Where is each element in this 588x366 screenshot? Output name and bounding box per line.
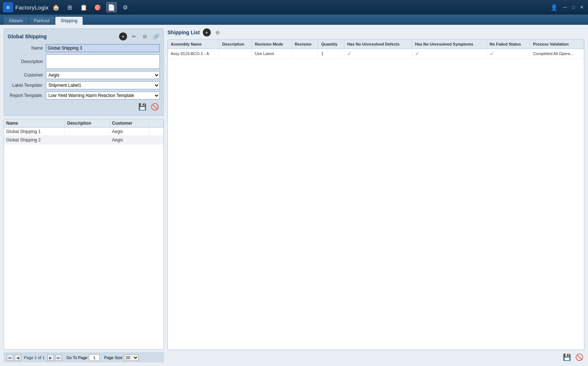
form-actions: 💾 🚫 xyxy=(8,102,160,112)
add-button[interactable]: + xyxy=(119,32,127,40)
form-card: Global Shipping + ✏ ⊖ 🔗 Name Description… xyxy=(4,28,164,116)
row-description xyxy=(65,128,110,136)
last-page-button[interactable]: ⏭ xyxy=(55,354,62,361)
go-to-page-input[interactable] xyxy=(89,354,100,361)
row-description xyxy=(65,136,110,144)
row-no-failed-status: ✓ xyxy=(486,49,530,59)
user-icon[interactable]: 👤 xyxy=(549,2,559,12)
target-icon[interactable]: 🎯 xyxy=(92,2,103,12)
titlebar-right: 👤 — □ ✕ xyxy=(549,2,585,12)
table-card: Name Description Customer Global Shippin… xyxy=(4,119,164,350)
page-size-select[interactable]: 10 20 50 100 xyxy=(124,354,139,361)
col-process-validation: Process Validation xyxy=(530,40,584,49)
row-no-defects: ✓ xyxy=(344,49,412,59)
col-actions xyxy=(149,119,163,128)
right-panel: Shipping List + ⊖ Assembly Name Descript… xyxy=(167,28,584,362)
home-icon[interactable]: 🏠 xyxy=(51,2,61,12)
shipping-list-header: Shipping List + ⊖ xyxy=(167,28,584,36)
form-card-title: Global Shipping xyxy=(8,34,116,39)
customer-row: Customer Aegis xyxy=(8,71,160,79)
row-process-validation: Completed All Opera... xyxy=(530,49,584,59)
row-name: Global Shipping 1 xyxy=(4,128,65,136)
shipping-remove-button[interactable]: ⊖ xyxy=(214,28,222,36)
shipping-table-row[interactable]: Assy 0123-BCO-1 - A Use Latest 1 ✓ ✓ ✓ C… xyxy=(168,49,584,59)
col-name: Name xyxy=(4,119,65,128)
label-template-select[interactable]: Shipment Label1 xyxy=(46,81,160,89)
col-assembly-name: Assembly Name xyxy=(168,40,219,49)
row-name: Global Shipping 2 xyxy=(4,136,65,144)
row-quantity: 1 xyxy=(318,49,344,59)
go-to-page-label: Go To Page xyxy=(66,355,87,360)
table-row[interactable]: Global Shipping 2 Aegis xyxy=(4,136,163,144)
tab-shipping[interactable]: Shipping xyxy=(55,17,83,25)
tab-packout[interactable]: Packout xyxy=(29,17,55,25)
row-customer: Aegis xyxy=(110,128,149,136)
tab-aliases[interactable]: Aliases xyxy=(4,17,28,25)
shipping-list-title: Shipping List xyxy=(167,30,200,35)
no-defects-check: ✓ xyxy=(347,51,352,57)
col-description: Description xyxy=(219,40,252,49)
description-input[interactable] xyxy=(46,54,160,69)
edit-button[interactable]: ✏ xyxy=(130,32,138,40)
col-no-symptoms: Has No Unresolved Symptoms xyxy=(412,40,486,49)
remove-button[interactable]: ⊖ xyxy=(141,32,149,40)
shipping-list-table: Assembly Name Description Revision Mode … xyxy=(168,40,584,59)
main-content: Global Shipping + ✏ ⊖ 🔗 Name Description… xyxy=(0,25,588,366)
titlebar-icons: 🏠 ⊞ 📋 🎯 📄 ⚙ xyxy=(51,2,130,12)
row-revision-mode: Use Latest xyxy=(252,49,292,59)
link-button[interactable]: 🔗 xyxy=(152,32,160,40)
row-assembly-name: Assy 0123-BCO-1 - A xyxy=(168,49,219,59)
col-no-defects: Has No Unresolved Defects xyxy=(344,40,412,49)
col-revision: Revision xyxy=(292,40,318,49)
tabs-bar: Aliases Packout Shipping xyxy=(0,15,588,25)
shipping-table: Name Description Customer Global Shippin… xyxy=(4,119,163,144)
col-revision-mode: Revision Mode xyxy=(252,40,292,49)
name-row: Name xyxy=(8,44,160,52)
row-revision xyxy=(292,49,318,59)
table-header-row: Name Description Customer xyxy=(4,119,163,128)
report-template-select[interactable]: Low Yield Warning Alarm Reaction Templat… xyxy=(46,92,160,100)
save-bottom-icon[interactable]: 💾 xyxy=(562,352,572,362)
cancel-bottom-icon[interactable]: 🚫 xyxy=(574,352,584,362)
col-no-failed-status: No Failed Status xyxy=(486,40,530,49)
left-panel: Global Shipping + ✏ ⊖ 🔗 Name Description… xyxy=(4,28,164,362)
app-name: FactoryLogix xyxy=(15,4,49,11)
customer-label: Customer xyxy=(8,73,46,78)
description-row: Description xyxy=(8,54,160,69)
col-description: Description xyxy=(65,119,110,128)
bottom-bar: 💾 🚫 xyxy=(167,350,584,362)
customer-select[interactable]: Aegis xyxy=(46,71,160,79)
col-quantity: Quantity xyxy=(318,40,344,49)
clipboard-icon[interactable]: 📋 xyxy=(79,2,89,12)
document-icon[interactable]: 📄 xyxy=(106,2,117,12)
pagination: ⏮ ◀ Page 1 of 1 ▶ ⏭ Go To Page Page Size… xyxy=(4,353,164,362)
name-input[interactable] xyxy=(46,44,160,52)
titlebar-left: n FactoryLogix 🏠 ⊞ 📋 🎯 📄 ⚙ xyxy=(3,2,130,12)
save-icon[interactable]: 💾 xyxy=(137,102,147,112)
row-description xyxy=(219,49,252,59)
first-page-button[interactable]: ⏮ xyxy=(7,354,13,361)
cancel-icon[interactable]: 🚫 xyxy=(150,102,160,112)
report-template-row: Report Template: Low Yield Warning Alarm… xyxy=(8,92,160,100)
form-card-header: Global Shipping + ✏ ⊖ 🔗 xyxy=(8,32,160,40)
no-failed-check: ✓ xyxy=(490,51,494,57)
name-label: Name xyxy=(8,46,46,51)
label-template-label: Label Template: xyxy=(8,83,46,88)
row-customer: Aegis xyxy=(110,136,149,144)
maximize-button[interactable]: □ xyxy=(571,5,576,10)
shipping-add-button[interactable]: + xyxy=(203,28,211,36)
grid-icon[interactable]: ⊞ xyxy=(65,2,75,12)
minimize-button[interactable]: — xyxy=(561,5,569,10)
app-logo: n xyxy=(3,2,13,12)
close-button[interactable]: ✕ xyxy=(579,5,585,10)
col-customer: Customer xyxy=(110,119,149,128)
page-size-label: Page Size xyxy=(104,355,122,360)
gear-icon[interactable]: ⚙ xyxy=(120,2,130,12)
description-label: Description xyxy=(8,59,46,64)
shipping-table-header-row: Assembly Name Description Revision Mode … xyxy=(168,40,584,49)
no-symptoms-check: ✓ xyxy=(415,51,419,57)
row-no-symptoms: ✓ xyxy=(412,49,486,59)
prev-page-button[interactable]: ◀ xyxy=(15,354,21,361)
next-page-button[interactable]: ▶ xyxy=(47,354,54,361)
table-row[interactable]: Global Shipping 1 Aegis xyxy=(4,128,163,136)
